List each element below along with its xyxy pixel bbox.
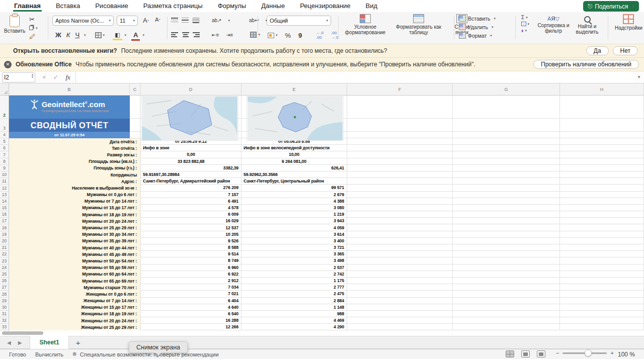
- row-header-5[interactable]: 5: [0, 138, 9, 145]
- empty-cell[interactable]: [453, 145, 560, 151]
- column-header-C[interactable]: C: [130, 83, 140, 95]
- row-label-cell[interactable]: Мужчины от 18 до 19 лет :: [9, 211, 140, 218]
- value-cell-d33[interactable]: 12 266: [140, 324, 242, 330]
- empty-cell[interactable]: [347, 165, 453, 171]
- check-updates-button[interactable]: Проверить наличие обновлений: [533, 60, 639, 69]
- column-header-D[interactable]: D: [140, 83, 242, 95]
- empty-cell[interactable]: [347, 171, 453, 178]
- align-top-button[interactable]: [171, 18, 179, 23]
- value-cell-e33[interactable]: 4 290: [242, 324, 347, 330]
- value-cell-e14[interactable]: 4 388: [242, 198, 347, 205]
- zoom-out-icon[interactable]: −: [556, 350, 559, 356]
- horizontal-scrollbar-thumb[interactable]: [2, 331, 43, 335]
- value-cell-e18[interactable]: 4 059: [242, 224, 347, 231]
- row-label-cell[interactable]: Женщины от 15 до 17 лет :: [9, 304, 140, 311]
- decrease-font-button[interactable]: A˅: [153, 16, 163, 23]
- row-header-14[interactable]: 14: [0, 198, 9, 205]
- value-cell-e29[interactable]: 2 884: [242, 298, 347, 304]
- normal-view-button[interactable]: [506, 350, 514, 357]
- name-box-stepper[interactable]: ▲▼: [31, 73, 34, 78]
- empty-cell[interactable]: [347, 278, 453, 284]
- report-title-cell[interactable]: СВОДНЫЙ ОТЧЁТ: [9, 119, 130, 132]
- row-label-cell[interactable]: Тип отчёта :: [9, 145, 140, 151]
- row-header-4[interactable]: 4: [0, 132, 9, 138]
- row-label-cell[interactable]: Мужчины от 15 до 17 лет :: [9, 205, 140, 211]
- tab-Главная[interactable]: Главная: [13, 1, 42, 12]
- empty-cell[interactable]: [453, 317, 560, 324]
- page-layout-view-button[interactable]: [521, 350, 530, 357]
- value-cell-d29[interactable]: 6 404: [140, 298, 242, 304]
- empty-cell[interactable]: [453, 218, 560, 224]
- tab-Вставка[interactable]: Вставка: [55, 1, 81, 12]
- tab-Данные[interactable]: Данные: [260, 1, 286, 12]
- number-format-select[interactable]: Общий▾: [267, 16, 331, 26]
- row-label-cell[interactable]: Мужчины от 25 до 29 лет :: [9, 224, 140, 231]
- align-center-button[interactable]: [182, 32, 189, 38]
- row-header-15[interactable]: 15: [0, 205, 9, 211]
- orientation-chevron[interactable]: ▾: [228, 19, 230, 23]
- value-cell-e32[interactable]: 4 469: [242, 317, 347, 324]
- empty-cell[interactable]: [560, 244, 644, 251]
- empty-cell[interactable]: [453, 231, 560, 238]
- fill-button[interactable]: ↓ ▾: [519, 21, 531, 27]
- empty-cell[interactable]: [560, 211, 644, 218]
- empty-cell[interactable]: [453, 251, 560, 257]
- row-header-27[interactable]: 27: [0, 284, 9, 291]
- tab-Формулы[interactable]: Формулы: [217, 1, 248, 12]
- font-color-button[interactable]: А: [131, 31, 140, 39]
- value-cell-e8[interactable]: 6 264 081,00: [242, 158, 347, 165]
- orientation-button[interactable]: ab↗: [210, 17, 224, 24]
- empty-cell[interactable]: [560, 171, 644, 178]
- accounting-format-button[interactable]: ▾: [266, 32, 280, 39]
- empty-cell[interactable]: [453, 324, 560, 330]
- value-cell-e10[interactable]: 59.92962,30.3566: [242, 171, 347, 178]
- value-cell-d11[interactable]: Санкт-Петербург, Адмиралтейский район: [140, 178, 242, 185]
- row-label-cell[interactable]: Женщины от 18 до 19 лет :: [9, 311, 140, 317]
- column-header-F[interactable]: F: [347, 83, 453, 95]
- empty-cell[interactable]: [453, 151, 560, 158]
- row-header-7[interactable]: 7: [0, 151, 9, 158]
- value-cell-e20[interactable]: 3 400: [242, 238, 347, 244]
- empty-cell[interactable]: [453, 311, 560, 317]
- empty-cell[interactable]: [453, 158, 560, 165]
- find-select-button[interactable]: Найти и выделить: [573, 16, 602, 35]
- value-cell-e12[interactable]: 99 571: [242, 185, 347, 191]
- format-as-table-button[interactable]: Форматировать как таблицу: [393, 14, 444, 42]
- row-header-2[interactable]: 2: [0, 96, 9, 119]
- empty-cell[interactable]: [560, 145, 644, 151]
- row-header-12[interactable]: 12: [0, 185, 9, 191]
- empty-cell[interactable]: [347, 205, 453, 211]
- empty-cell[interactable]: [560, 238, 644, 244]
- select-all-corner[interactable]: [0, 83, 9, 95]
- empty-cell[interactable]: [453, 284, 560, 291]
- empty-cell[interactable]: [560, 192, 644, 198]
- column-header-B[interactable]: B: [9, 83, 130, 95]
- empty-cell[interactable]: [560, 151, 644, 158]
- insert-cells-button[interactable]: Вставить▾: [459, 14, 496, 23]
- empty-cell[interactable]: [560, 165, 644, 171]
- empty-cell[interactable]: [347, 291, 453, 297]
- row-label-cell[interactable]: Мужчины от 45 до 49 лет :: [9, 251, 140, 257]
- fill-color-chevron[interactable]: ▾: [125, 33, 127, 37]
- insert-function-icon[interactable]: fx: [66, 73, 70, 81]
- row-label-cell[interactable]: Площадь зоны (кв.м.) :: [9, 158, 140, 165]
- row-label-cell[interactable]: Мужчины от 20 до 24 лет :: [9, 218, 140, 224]
- align-middle-button[interactable]: [182, 18, 189, 23]
- row-label-cell[interactable]: Мужчины от 55 до 59 лет :: [9, 264, 140, 271]
- row-header-16[interactable]: 16: [0, 211, 9, 218]
- value-cell-d22[interactable]: 9 514: [140, 251, 242, 257]
- empty-cell[interactable]: [347, 96, 453, 119]
- tab-Рисование[interactable]: Рисование: [94, 1, 129, 12]
- value-cell-d10[interactable]: 59.91697,30.28984: [140, 171, 242, 178]
- fill-color-button[interactable]: ◧: [113, 31, 122, 39]
- tab-Вид[interactable]: Вид: [365, 1, 379, 12]
- sheet-tab-sheet1[interactable]: Sheet1: [30, 336, 68, 349]
- underline-chevron[interactable]: ▾: [84, 33, 86, 37]
- empty-cell[interactable]: [453, 271, 560, 278]
- row-label-cell[interactable]: Женщины от 0 до 6 лет :: [9, 291, 140, 297]
- value-cell-d26[interactable]: 2 912: [140, 278, 242, 284]
- row-label-cell[interactable]: Размер зоны :: [9, 151, 140, 158]
- empty-cell[interactable]: [347, 224, 453, 231]
- row-header-8[interactable]: 8: [0, 158, 9, 165]
- autosum-button[interactable]: Σ ▾: [519, 14, 531, 21]
